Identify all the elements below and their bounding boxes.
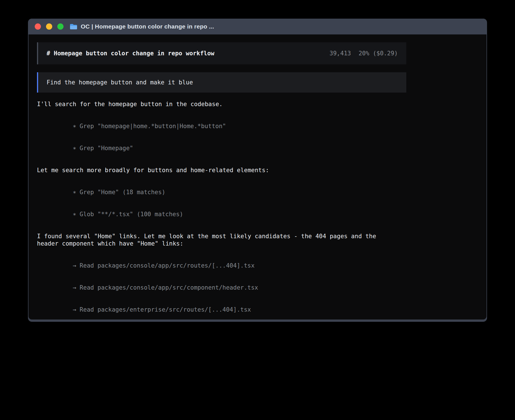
folder-icon xyxy=(70,23,77,30)
arrow-right-icon: → xyxy=(73,284,76,291)
tool-call-grep[interactable]: ∗Grep "Home" (18 matches) xyxy=(37,181,406,203)
user-message-text: Find the homepage button and make it blu… xyxy=(47,79,193,86)
arrow-right-icon: → xyxy=(73,262,76,269)
tool-call-label: Read packages/enterprise/src/routes/[...… xyxy=(80,306,251,313)
assistant-text-intro: I'll search for the homepage button in t… xyxy=(37,100,406,108)
asterisk-icon: ∗ xyxy=(73,145,76,152)
traffic-lights xyxy=(35,23,64,30)
tool-call-group: ∗Grep "Home" (18 matches) ∗Glob "**/*.ts… xyxy=(37,181,406,225)
window-title: OC | Homepage button color change in rep… xyxy=(81,23,214,30)
arrow-right-icon: → xyxy=(73,306,76,313)
assistant-text-broaden: Let me search more broadly for buttons a… xyxy=(37,167,406,174)
terminal-window: OC | Homepage button color change in rep… xyxy=(28,19,487,322)
user-message: Find the homepage button and make it blu… xyxy=(37,72,406,93)
titlebar[interactable]: OC | Homepage button color change in rep… xyxy=(29,19,486,34)
tool-call-label: Read packages/console/app/src/routes/[..… xyxy=(80,262,255,269)
tool-call-label: Read packages/console/app/src/component/… xyxy=(80,284,258,291)
terminal-body: # Homepage button color change in repo w… xyxy=(29,34,486,320)
tool-call-read[interactable]: →Read packages/console/app/src/routes/[.… xyxy=(37,255,406,277)
tool-call-label: Glob "**/*.tsx" (100 matches) xyxy=(80,211,183,218)
asterisk-icon: ∗ xyxy=(73,211,76,218)
tool-call-glob[interactable]: ∗Glob "**/*.tsx" (100 matches) xyxy=(37,203,406,225)
assistant-text-line: header component which have "Home" links… xyxy=(37,240,406,247)
tool-call-label: Grep "Home" (18 matches) xyxy=(80,189,165,196)
session-header: # Homepage button color change in repo w… xyxy=(37,42,406,64)
tool-call-read[interactable]: →Read packages/console/app/src/component… xyxy=(37,277,406,299)
tool-call-grep[interactable]: ∗Grep "homepage|home.*button|Home.*butto… xyxy=(37,115,406,137)
assistant-text-found: I found several "Home" links. Let me loo… xyxy=(37,233,406,247)
tool-call-label: Grep "Homepage" xyxy=(80,145,133,152)
close-button[interactable] xyxy=(35,23,41,30)
minimize-button[interactable] xyxy=(46,23,52,30)
assistant-text-line: I found several "Home" links. Let me loo… xyxy=(37,233,406,240)
tool-call-group: ∗Grep "homepage|home.*button|Home.*butto… xyxy=(37,115,406,159)
session-stats: 39,413 20% ($0.29) xyxy=(329,50,398,57)
token-count: 39,413 xyxy=(329,50,351,57)
session-title: # Homepage button color change in repo w… xyxy=(47,50,214,57)
tool-call-read[interactable]: →Read packages/enterprise/src/routes/[..… xyxy=(37,299,406,321)
context-usage: 20% ($0.29) xyxy=(359,50,398,57)
tool-call-group: →Read packages/console/app/src/routes/[.… xyxy=(37,255,406,321)
tool-call-grep[interactable]: ∗Grep "Homepage" xyxy=(37,137,406,159)
asterisk-icon: ∗ xyxy=(73,189,76,196)
asterisk-icon: ∗ xyxy=(73,123,76,130)
zoom-button[interactable] xyxy=(57,23,64,30)
tool-call-label: Grep "homepage|home.*button|Home.*button… xyxy=(80,123,226,130)
